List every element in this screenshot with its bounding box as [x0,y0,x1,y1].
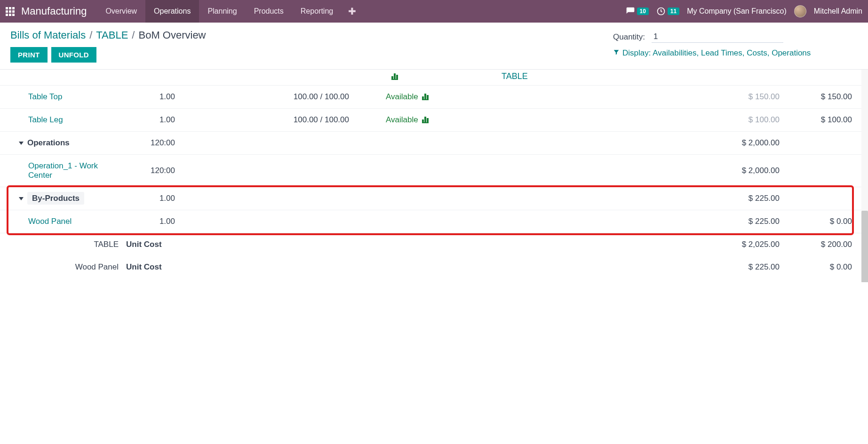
table-row: Wood Panel 1.00 $ 225.00 $ 0.00 [0,210,868,233]
messages-button[interactable]: 10 [626,7,649,16]
operations-label[interactable]: Operations [27,138,70,147]
nav-item-planning[interactable]: Planning [199,0,245,23]
prod-cost-cell: $ 100.00 [783,109,868,132]
report-content: TABLE Table Top 1.00 100.00 / 100.00 Ava… [0,70,868,282]
breadcrumb-current: BoM Overview [138,29,206,41]
component-link-table-leg[interactable]: Table Leg [28,115,63,124]
qty-cell: 1.00 [122,86,179,109]
nav-new-icon[interactable]: ✚ [342,6,363,17]
print-button[interactable]: PRINT [10,47,48,63]
breadcrumb: Bills of Materials / TABLE / BoM Overvie… [10,29,206,41]
operations-section-row: Operations 120:00 $ 2,000.00 [0,132,868,155]
table-row: Table Top 1.00 100.00 / 100.00 Available… [0,86,868,109]
display-filter-label: Display: Availabilities, Lead Times, Cos… [622,48,811,58]
avatar[interactable] [794,5,806,17]
company-switcher[interactable]: My Company (San Francisco) [687,7,787,16]
quantity-input[interactable] [652,31,783,43]
messages-badge: 10 [637,8,649,15]
bom-cost-cell: $ 2,025.00 [703,233,783,256]
bom-cost-cell: $ 225.00 [703,187,783,210]
unfold-button[interactable]: UNFOLD [51,47,96,63]
nav-item-products[interactable]: Products [246,0,292,23]
activities-button[interactable]: 11 [656,7,679,16]
quantity-label: Quantity: [613,32,645,42]
display-filter[interactable]: Display: Availabilities, Lead Times, Cos… [613,48,858,58]
prod-cost-cell: $ 0.00 [783,256,868,278]
forecast-chart-icon[interactable] [422,94,429,100]
duration-cell: 120:00 [122,132,179,155]
availability-label: Available [386,115,418,125]
nav-item-reporting[interactable]: Reporting [292,0,342,23]
byproducts-section-row: By-Products 1.00 $ 225.00 [0,187,868,210]
table-row: Operation_1 - Work Center 120:00 $ 2,000… [0,155,868,187]
availability-label: Available [386,92,418,102]
bom-cost-cell: $ 2,000.00 [703,155,783,187]
app-brand[interactable]: Manufacturing [21,5,87,17]
summary-name: Wood Panel [0,256,122,278]
bom-cost-cell: $ 2,000.00 [703,132,783,155]
forecast-chart-icon[interactable] [422,117,429,123]
page-header: Bills of Materials / TABLE / BoM Overvie… [0,23,868,70]
caret-down-icon[interactable] [19,142,24,145]
breadcrumb-table[interactable]: TABLE [96,29,128,41]
scrollbar-thumb[interactable] [861,211,868,282]
free-cell: 100.00 / 100.00 [278,86,353,109]
activities-badge: 11 [668,8,679,15]
qty-cell: 1.00 [122,210,179,233]
nav-item-overview[interactable]: Overview [97,0,145,23]
qty-cell: 1.00 [122,109,179,132]
product-header-link[interactable]: TABLE [502,71,528,81]
bom-cost-cell: $ 100.00 [703,109,783,132]
top-navbar: Manufacturing Overview Operations Planni… [0,0,868,23]
unit-cost-label: Unit Cost [122,233,179,256]
user-menu[interactable]: Mitchell Admin [814,7,862,16]
prod-cost-cell: $ 150.00 [783,86,868,109]
component-link-table-top[interactable]: Table Top [28,92,62,101]
breadcrumb-bom[interactable]: Bills of Materials [10,29,86,41]
summary-name: TABLE [0,233,122,256]
operation-link[interactable]: Operation_1 - Work Center [28,161,98,180]
bom-table: Table Top 1.00 100.00 / 100.00 Available… [0,85,868,278]
breadcrumb-sep: / [89,29,92,41]
caret-down-icon[interactable] [19,197,24,200]
chat-icon [626,7,635,16]
prod-cost-cell: $ 0.00 [783,210,868,233]
nav-item-operations[interactable]: Operations [145,0,199,23]
breadcrumb-sep: / [132,29,135,41]
byproduct-link-wood-panel[interactable]: Wood Panel [28,217,72,226]
prod-cost-cell: $ 200.00 [783,233,868,256]
forecast-chart-icon[interactable] [391,73,398,80]
byproducts-label[interactable]: By-Products [27,192,84,205]
free-cell: 100.00 / 100.00 [278,109,353,132]
apps-icon[interactable] [6,7,15,16]
filter-icon [613,48,620,58]
nav-menu: Overview Operations Planning Products Re… [97,0,342,23]
bom-cost-cell: $ 150.00 [703,86,783,109]
unit-cost-label: Unit Cost [122,256,179,278]
clock-icon [656,7,666,16]
duration-cell: 120:00 [122,155,179,187]
bom-cost-cell: $ 225.00 [703,256,783,278]
summary-row-wood: Wood Panel Unit Cost $ 225.00 $ 0.00 [0,256,868,278]
qty-cell: 1.00 [122,187,179,210]
bom-cost-cell: $ 225.00 [703,210,783,233]
summary-row-table: TABLE Unit Cost $ 2,025.00 $ 200.00 [0,233,868,256]
table-row: Table Leg 1.00 100.00 / 100.00 Available… [0,109,868,132]
scrollbar[interactable] [861,70,868,282]
